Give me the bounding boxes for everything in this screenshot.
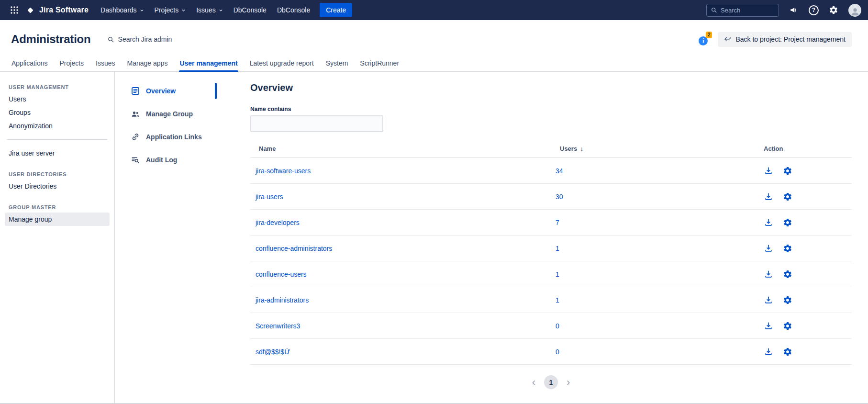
subnav-item-label: Audit Log: [146, 156, 177, 164]
group-users-link[interactable]: 34: [556, 167, 563, 175]
sidebar-divider: [7, 139, 108, 140]
table-header-row: Name Users ↓ Action: [250, 140, 852, 158]
help-icon[interactable]: ?: [809, 5, 819, 15]
group-name-link[interactable]: confluence-users: [256, 270, 307, 278]
download-button[interactable]: [764, 321, 773, 331]
notifications-indicator[interactable]: i 2: [699, 33, 711, 45]
group-settings-button[interactable]: [783, 269, 792, 279]
tab-manage-apps[interactable]: Manage apps: [127, 59, 168, 71]
table-row: sdf@$$!$Ứ 0: [250, 339, 852, 365]
announcements-icon[interactable]: [786, 2, 801, 18]
nav-dashboards-label: Dashboards: [100, 6, 137, 14]
nav-dbconsole-2-label: DbConsole: [277, 6, 310, 14]
download-button[interactable]: [764, 347, 773, 357]
group-users-link[interactable]: 0: [556, 348, 559, 356]
admin-sidebar: USER MANAGEMENT Users Groups Anonymizati…: [0, 72, 115, 403]
group-settings-button[interactable]: [783, 295, 792, 305]
nav-issues[interactable]: Issues: [191, 0, 228, 20]
nav-dbconsole-1[interactable]: DbConsole: [228, 0, 272, 20]
sidebar-item-jira-user-server[interactable]: Jira user server: [5, 146, 110, 160]
group-settings-button[interactable]: [783, 244, 792, 253]
group-name-link[interactable]: sdf@$$!$Ứ: [256, 348, 290, 356]
group-users-link[interactable]: 30: [556, 193, 563, 201]
jira-logo[interactable]: Jira Software: [22, 6, 95, 15]
group-users-link[interactable]: 1: [556, 245, 559, 252]
previous-page-button[interactable]: ‹: [532, 377, 535, 388]
jira-logo-icon: [26, 6, 35, 15]
group-users-link[interactable]: 0: [556, 322, 559, 330]
sidebar-item-users[interactable]: Users: [5, 92, 110, 106]
download-button[interactable]: [764, 269, 773, 279]
product-name: Jira Software: [39, 6, 89, 14]
admin-search-input[interactable]: Search Jira admin: [107, 35, 172, 43]
group-settings-button[interactable]: [783, 166, 792, 176]
sidebar-heading-group-master: GROUP MASTER: [0, 204, 114, 211]
download-button[interactable]: [764, 244, 773, 253]
overview-icon: [131, 86, 140, 96]
app-switcher-icon[interactable]: [7, 2, 22, 18]
group-name-link[interactable]: jira-developers: [256, 219, 300, 226]
create-button[interactable]: Create: [320, 3, 352, 17]
table-row: jira-administrators 1: [250, 287, 852, 313]
sidebar-item-groups[interactable]: Groups: [5, 106, 110, 119]
global-search-placeholder: Search: [721, 7, 740, 14]
name-contains-input[interactable]: [250, 115, 383, 132]
admin-search-placeholder: Search Jira admin: [118, 35, 172, 43]
return-arrow-icon: [724, 36, 731, 43]
subnav-item-application-links[interactable]: Application Links: [115, 127, 217, 146]
group-name-link[interactable]: confluence-administrators: [256, 245, 332, 252]
group-settings-button[interactable]: [783, 218, 792, 227]
group-users-link[interactable]: 7: [556, 219, 559, 226]
sidebar-item-manage-group[interactable]: Manage group: [5, 213, 110, 226]
group-name-link[interactable]: jira-software-users: [256, 167, 311, 175]
sidebar-heading-user-directories: USER DIRECTORIES: [0, 171, 114, 178]
groups-table: Name Users ↓ Action jira-software-users …: [250, 140, 852, 365]
chevron-down-icon: [181, 8, 186, 12]
next-page-button[interactable]: ›: [567, 377, 570, 388]
global-search-input[interactable]: Search: [706, 4, 779, 17]
nav-dashboards[interactable]: Dashboards: [95, 0, 149, 20]
column-header-name[interactable]: Name: [250, 145, 556, 152]
topnav-left: Jira Software Dashboards Projects Issues…: [7, 0, 352, 20]
group-name-link[interactable]: Screenwriters3: [256, 322, 300, 330]
subnav-item-manage-group[interactable]: Manage Group: [115, 104, 217, 123]
tab-applications[interactable]: Applications: [11, 59, 48, 71]
nav-dbconsole-2[interactable]: DbConsole: [272, 0, 315, 20]
link-icon: [131, 132, 140, 142]
subnav-item-label: Manage Group: [146, 110, 193, 118]
notification-badge: 2: [706, 32, 712, 38]
current-page-button[interactable]: 1: [544, 375, 558, 389]
group-name-link[interactable]: jira-users: [256, 193, 283, 201]
download-button[interactable]: [764, 192, 773, 202]
section-title: Overview: [250, 82, 852, 93]
download-button[interactable]: [764, 166, 773, 176]
sidebar-item-anonymization[interactable]: Anonymization: [5, 119, 110, 133]
chevron-down-icon: [219, 8, 223, 12]
table-row: jira-software-users 34: [250, 158, 852, 184]
group-settings-button[interactable]: [783, 347, 792, 357]
back-to-project-button[interactable]: Back to project: Project management: [718, 32, 852, 47]
group-users-link[interactable]: 1: [556, 270, 559, 278]
group-name-link[interactable]: jira-administrators: [256, 296, 309, 304]
tab-user-management[interactable]: User management: [179, 59, 238, 71]
group-settings-button[interactable]: [783, 192, 792, 202]
user-avatar[interactable]: [848, 4, 861, 17]
sidebar-item-user-directories[interactable]: User Directories: [5, 180, 110, 193]
group-settings-button[interactable]: [783, 321, 792, 331]
gear-icon[interactable]: [826, 2, 841, 18]
tab-latest-upgrade-report[interactable]: Latest upgrade report: [249, 59, 314, 71]
nav-projects[interactable]: Projects: [149, 0, 191, 20]
audit-log-icon: [131, 155, 140, 165]
column-header-users[interactable]: Users ↓: [556, 145, 764, 153]
download-button[interactable]: [764, 295, 773, 305]
tab-system[interactable]: System: [325, 59, 349, 71]
nav-dbconsole-1-label: DbConsole: [234, 6, 267, 14]
subnav-item-audit-log[interactable]: Audit Log: [115, 150, 217, 169]
tab-issues[interactable]: Issues: [95, 59, 115, 71]
tab-scriptrunner[interactable]: ScriptRunner: [359, 59, 400, 71]
subnav-item-overview[interactable]: Overview: [115, 81, 217, 101]
pagination: ‹ 1 ›: [250, 375, 852, 389]
tab-projects[interactable]: Projects: [59, 59, 85, 71]
group-users-link[interactable]: 1: [556, 296, 559, 304]
download-button[interactable]: [764, 218, 773, 227]
